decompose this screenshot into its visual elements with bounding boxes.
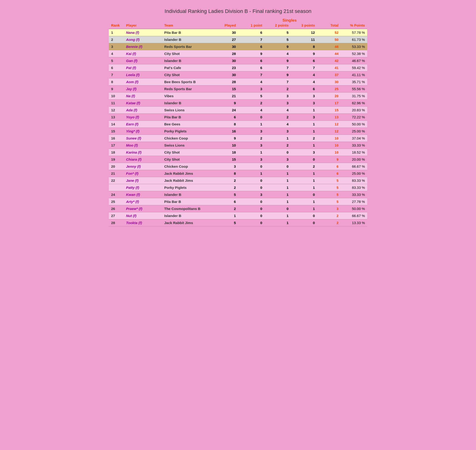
pct-cell: 35.71 % [341, 78, 367, 85]
pt3-cell: 0 [291, 212, 317, 219]
total-cell: 2 [317, 212, 341, 219]
rank-cell: 18 [109, 149, 124, 156]
team-cell: Jack Rabbit Jims [162, 219, 214, 226]
rank-cell: 3 [109, 43, 124, 50]
total-cell: 2 [317, 219, 341, 226]
rank-cell: 22 [109, 177, 124, 184]
rank-cell: 9 [109, 85, 124, 93]
player-cell: Gan (f) [124, 57, 162, 64]
pt2-cell: 2 [265, 85, 291, 93]
rank-cell: 16 [109, 135, 124, 142]
played-cell: 6 [214, 198, 238, 205]
team-cell: City Shot [162, 71, 214, 78]
team-cell: Reds Sports Bar [162, 43, 214, 50]
played-cell: 28 [214, 50, 238, 57]
pt1-cell: 5 [238, 93, 265, 100]
rank-cell: 12 [109, 107, 124, 114]
total-cell: 9 [317, 156, 341, 163]
table-row: 10Na (f)Vibes215332031.75 % [109, 93, 367, 100]
team-cell: Pat's Cafe [162, 64, 214, 71]
pt3-cell: 1 [291, 170, 317, 177]
pct-cell: 53.33 % [341, 43, 367, 50]
team-cell: Porky Piglets [162, 128, 214, 135]
pt1-cell: 9 [238, 50, 265, 57]
player-cell: Moo (f) [124, 142, 162, 149]
player-cell: Earn (f) [124, 121, 162, 128]
rank-cell: 26 [109, 205, 124, 212]
team-cell: Pita Bar B [162, 114, 214, 121]
total-cell: 41 [317, 64, 341, 71]
rank-cell: 21 [109, 170, 124, 177]
total-cell: 30 [317, 78, 341, 85]
pt2-cell: 3 [265, 93, 291, 100]
pct-cell: 66.67 % [341, 163, 367, 170]
pt1-cell: 6 [238, 64, 265, 71]
played-cell: 2 [214, 184, 238, 191]
played-cell: 18 [214, 149, 238, 156]
table-row: 24Kwan (f)Islander B5310533.33 % [109, 191, 367, 198]
player-cell: Jenny (f) [124, 163, 162, 170]
rank-cell: 7 [109, 71, 124, 78]
pct-cell: 50.00 % [341, 205, 367, 212]
total-cell: 48 [317, 43, 341, 50]
pct-cell: 20.00 % [341, 156, 367, 163]
total-cell: 5 [317, 198, 341, 205]
pt3-cell: 7 [291, 64, 317, 71]
table-row: 7Leela (f)City Shot307943741.11 % [109, 71, 367, 78]
pt2-cell: 3 [265, 128, 291, 135]
played-cell: 21 [214, 93, 238, 100]
total-cell: 6 [317, 170, 341, 177]
main-container: Individual Ranking Ladies Division B - F… [109, 5, 367, 226]
rank-cell: 2 [109, 36, 124, 43]
total-cell: 12 [317, 128, 341, 135]
rankings-table: Singles Rank Player Team Played 1 point … [109, 17, 367, 226]
rank-cell: 5 [109, 57, 124, 64]
team-cell: Bee Gees [162, 121, 214, 128]
player-cell: Aom (f) [124, 78, 162, 85]
team-cell: Reds Sports Bar [162, 85, 214, 93]
rank-header-spacer [109, 17, 124, 23]
total-cell: 5 [317, 191, 341, 198]
pct-cell: 66.67 % [341, 212, 367, 219]
team-cell: Islander B [162, 191, 214, 198]
pt2-cell: 4 [265, 121, 291, 128]
pt3-cell: 3 [291, 100, 317, 107]
player-cell: Pat (f) [124, 64, 162, 71]
pt3-cell: 0 [291, 191, 317, 198]
pt2-cell: 5 [265, 29, 291, 36]
table-row: 27Nut (f)Islander B1010266.67 % [109, 212, 367, 219]
team-cell: Islander B [162, 57, 214, 64]
pt1-cell: 4 [238, 107, 265, 114]
rank-cell: 1 [109, 29, 124, 36]
player-cell: Ying* (f) [124, 128, 162, 135]
pt2-cell: 1 [265, 212, 291, 219]
table-row: 19Chiara (f)City Shot15330920.00 % [109, 156, 367, 163]
pt2-cell: 2 [265, 114, 291, 121]
played-cell: 24 [214, 107, 238, 114]
pt1-cell: 7 [238, 36, 265, 43]
player-cell: Tookta (f) [124, 219, 162, 226]
player-cell: Leela (f) [124, 71, 162, 78]
pct-cell: 52.38 % [341, 50, 367, 57]
pt3-cell: 2 [291, 163, 317, 170]
total-cell: 10 [317, 142, 341, 149]
pct-col-header: % Points [341, 23, 367, 29]
pt1-cell: 0 [238, 219, 265, 226]
pt2-cell: 9 [265, 57, 291, 64]
player-cell: Na (f) [124, 93, 162, 100]
team-cell: Pita Bar B [162, 198, 214, 205]
rank-cell: 13 [109, 114, 124, 121]
pt3-cell: 1 [291, 198, 317, 205]
pct-header-spacer [341, 17, 367, 23]
pt3-cell: 0 [291, 156, 317, 163]
table-body: 1Nana (f)Pita Bar B3065125257.78 %2Aong … [109, 29, 367, 226]
rank-cell: 24 [109, 191, 124, 198]
total-cell: 37 [317, 71, 341, 78]
team-cell: Vibes [162, 93, 214, 100]
pt2-cell: 7 [265, 64, 291, 71]
played-cell: 23 [214, 64, 238, 71]
rank-cell: 4 [109, 50, 124, 57]
pt3-cell: 1 [291, 177, 317, 184]
pt3-cell: 4 [291, 78, 317, 85]
played-cell: 1 [214, 212, 238, 219]
